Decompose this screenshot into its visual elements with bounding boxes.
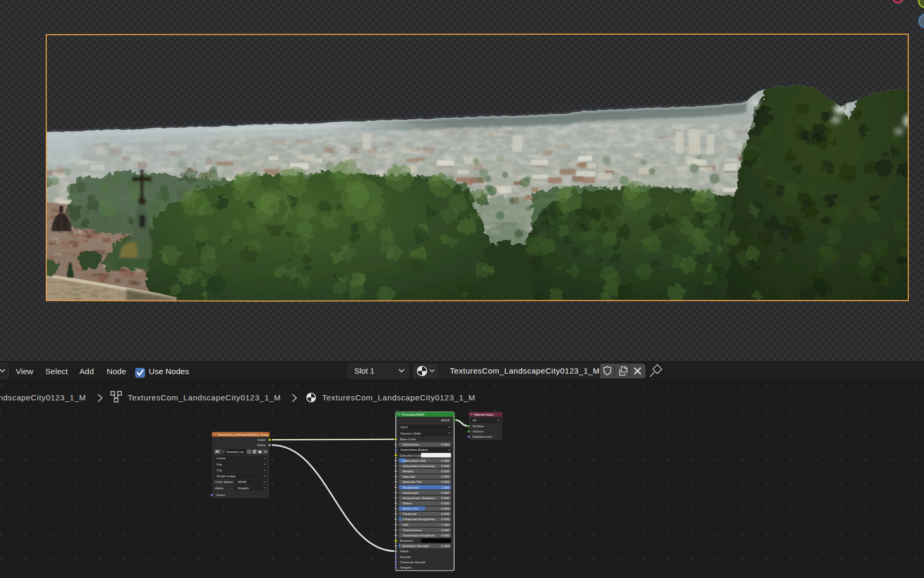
svg-text:BSDF: BSDF (441, 418, 450, 422)
svg-text:0.030: 0.030 (442, 517, 450, 521)
svg-text:0.000: 0.000 (442, 512, 450, 515)
svg-text:0.000: 0.000 (442, 491, 450, 494)
svg-text:TexturesCom_Lan...: TexturesCom_Lan... (227, 450, 245, 453)
svg-text:Sheen Tint: Sheen Tint (403, 507, 418, 510)
svg-text:Subsurface Anisotropy: Subsurface Anisotropy (403, 464, 436, 468)
svg-text:Transmission Roughness: Transmission Roughness (403, 533, 435, 537)
svg-text:Emission: Emission (400, 539, 414, 542)
svg-text:0.000: 0.000 (442, 528, 450, 532)
svg-text:Subsurface Color: Subsurface Color (400, 453, 421, 457)
svg-text:0.500: 0.500 (442, 507, 450, 510)
svg-text:Single Image: Single Image (217, 474, 236, 478)
svg-text:TexturesCom_LandscapeCity0123_: TexturesCom_LandscapeCity0123_1_M (322, 393, 476, 402)
svg-text:Tangent: Tangent (400, 565, 412, 569)
svg-text:1.400: 1.400 (442, 459, 450, 462)
svg-text:1.450: 1.450 (442, 523, 450, 527)
svg-text:0.000: 0.000 (442, 464, 450, 468)
svg-text:0.000: 0.000 (442, 469, 450, 473)
svg-text:Anisotropic: Anisotropic (403, 491, 419, 494)
svg-text:0.000: 0.000 (442, 480, 450, 483)
svg-text:Clearcoat Roughness: Clearcoat Roughness (403, 517, 435, 521)
svg-text:Slot 1: Slot 1 (354, 366, 374, 375)
svg-text:Specular: Specular (403, 474, 415, 478)
svg-text:Principled BSDF: Principled BSDF (402, 413, 425, 416)
svg-text:Sheen: Sheen (403, 501, 412, 505)
svg-text:Subsurface: Subsurface (403, 442, 419, 446)
svg-text:Select: Select (45, 367, 68, 376)
svg-text:Clearcoat: Clearcoat (403, 512, 417, 515)
svg-text:IOR: IOR (403, 523, 409, 527)
svg-text:TexturesCom_LandscapeCity0123_: TexturesCom_LandscapeCity0123_1_M (450, 366, 600, 375)
svg-text:Volume: Volume (473, 429, 484, 433)
svg-text:TexturesCom_LandscapeCity0123_: TexturesCom_LandscapeCity0123_1_M.png (218, 433, 268, 436)
svg-text:Add: Add (79, 367, 94, 376)
svg-text:Alpha: Alpha (400, 549, 408, 553)
svg-text:Surface: Surface (473, 424, 484, 428)
svg-text:TexturesCom_LandscapeCity0123_: TexturesCom_LandscapeCity0123_1_M (128, 393, 281, 402)
svg-text:0.000: 0.000 (442, 501, 450, 505)
svg-text:Flat: Flat (217, 462, 222, 466)
svg-text:Roughness: Roughness (403, 486, 419, 489)
svg-text:Clip: Clip (217, 468, 222, 472)
svg-text:0.000: 0.000 (442, 496, 450, 500)
svg-text:Displacement: Displacement (473, 435, 492, 438)
svg-text:Transmission: Transmission (403, 528, 422, 532)
svg-text:Random Walk: Random Walk (401, 431, 422, 435)
svg-text:Emission Strength: Emission Strength (403, 544, 429, 548)
svg-text:Anisotropic Rotation: Anisotropic Rotation (403, 496, 436, 500)
svg-text:0.000: 0.000 (442, 442, 450, 446)
svg-text:ndscapeCity0123_1_M: ndscapeCity0123_1_M (0, 393, 86, 402)
svg-text:View: View (16, 367, 34, 376)
svg-text:Metallic: Metallic (403, 469, 414, 473)
svg-text:sRGB: sRGB (238, 480, 247, 483)
svg-text:Vector: Vector (216, 493, 225, 497)
svg-text:GGX: GGX (401, 425, 408, 429)
svg-text:Specular Tint: Specular Tint (403, 480, 422, 483)
svg-text:Material Output: Material Output (474, 413, 494, 416)
svg-text:0.000: 0.000 (442, 533, 450, 537)
svg-text:Node: Node (107, 367, 126, 376)
svg-text:Normal: Normal (400, 555, 410, 559)
svg-text:Straight: Straight (238, 486, 249, 490)
svg-text:Clearcoat Normal: Clearcoat Normal (400, 560, 425, 564)
svg-text:Subsurface IOR: Subsurface IOR (403, 459, 426, 462)
svg-text:Linear: Linear (217, 456, 225, 460)
svg-text:Use Nodes: Use Nodes (149, 367, 189, 376)
svg-text:Subsurface Radius: Subsurface Radius (401, 448, 428, 451)
svg-text:Color: Color (258, 438, 265, 441)
svg-text:0.000: 0.000 (442, 474, 450, 478)
svg-text:1.000: 1.000 (442, 486, 450, 489)
svg-text:All: All (473, 418, 476, 422)
svg-text:Alpha: Alpha (257, 443, 265, 447)
svg-text:Base Color: Base Color (400, 437, 416, 441)
svg-text:0.250: 0.250 (442, 544, 450, 548)
svg-text:Color Space: Color Space (215, 480, 233, 483)
svg-text:Alpha: Alpha (215, 486, 223, 490)
